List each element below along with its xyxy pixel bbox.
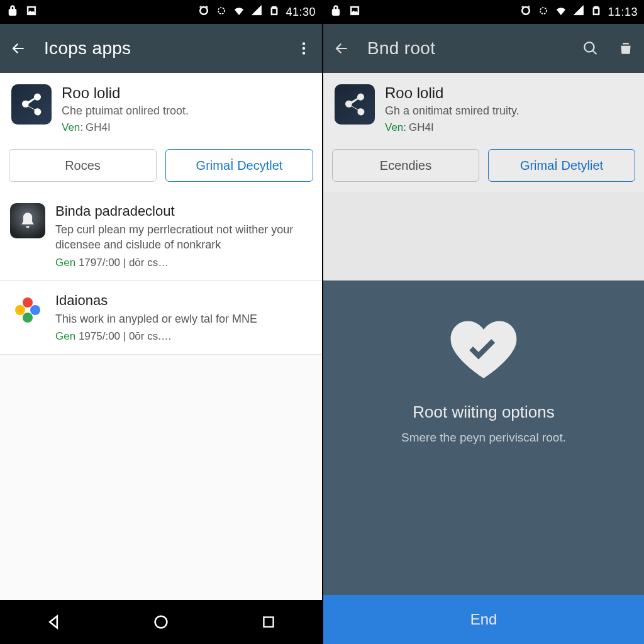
tab-row: Roces Grimaİ Decytlet: [0, 143, 322, 192]
tab-grimal[interactable]: Grimaİ Detyliet: [488, 149, 635, 182]
tab-row: Ecendies Grimaİ Detyliet: [323, 143, 644, 192]
item-title: Idaionas: [55, 292, 312, 309]
item-description: Tep curl plean my perrlecratiout not wii…: [55, 222, 312, 253]
status-bar: 41:30: [0, 0, 322, 24]
app-description: Che ptuimat onlired troot.: [62, 104, 311, 118]
ring-icon: [537, 4, 550, 20]
app-version: Ven:GH4I: [62, 121, 311, 134]
app-description: Gh a onitimat smired truity.: [385, 104, 633, 118]
app-header-card: Roo lolid Che ptuimat onlired troot. Ven…: [0, 73, 322, 143]
app-bar: Icops apps: [0, 24, 322, 73]
svg-point-0: [218, 8, 225, 14]
item-title: Binda padradeclout: [55, 203, 312, 219]
app-icon-small: [10, 203, 45, 238]
lock-icon: [330, 4, 342, 20]
end-button[interactable]: End: [323, 595, 644, 644]
overlay-title: Root wiiting options: [413, 402, 554, 422]
app-icon-small: [10, 292, 45, 328]
app-icon: [11, 84, 52, 125]
overlay-panel: Root wiiting options Smere the peyn peri…: [323, 280, 644, 644]
app-icon: [335, 84, 375, 125]
item-meta: Gen 1975/:00 | 0ōr cs.…: [55, 330, 312, 343]
app-bar: Bnd root: [323, 24, 644, 73]
nav-recents-button[interactable]: [240, 608, 297, 636]
svg-point-3: [303, 52, 305, 54]
item-meta: Gen 1797/:00 | dōr cs…: [55, 257, 312, 269]
tab-grimal[interactable]: Grimaİ Decytlet: [165, 149, 313, 182]
back-button[interactable]: [332, 39, 351, 58]
list-item[interactable]: Binda padradeclout Tep curl plean my per…: [0, 192, 322, 281]
content: Roo lolid Che ptuimat onlired troot. Ven…: [0, 73, 322, 600]
status-clock: 41:30: [286, 6, 316, 19]
phone-right: 11:13 Bnd root Roo lolid Gh a onitimat s…: [322, 0, 644, 644]
svg-point-6: [540, 8, 547, 14]
app-name: Roo lolid: [385, 84, 633, 102]
alarm-icon: [197, 4, 210, 20]
list-item[interactable]: Idaionas This work in anypled or ewly ta…: [0, 281, 322, 355]
overflow-menu-button[interactable]: [294, 39, 313, 58]
back-button[interactable]: [9, 39, 28, 58]
battery-icon: [268, 4, 280, 20]
tab-ecendies[interactable]: Ecendies: [332, 149, 479, 182]
appbar-title: Icops apps: [44, 38, 278, 58]
app-version: Ven:GH4I: [385, 121, 633, 134]
item-description: This work in anypled or ewly tal for MNE: [55, 311, 312, 326]
status-clock: 11:13: [608, 6, 638, 19]
bucket-button[interactable]: [616, 39, 635, 58]
content: Roo lolid Gh a onitimat smired truity. V…: [323, 73, 644, 644]
wifi-icon: [555, 4, 567, 20]
google-dots-icon: [15, 297, 40, 323]
alarm-icon: [519, 4, 532, 20]
app-name: Roo lolid: [62, 84, 311, 102]
status-bar: 11:13: [323, 0, 644, 24]
search-button[interactable]: [581, 39, 600, 58]
svg-rect-5: [264, 617, 273, 626]
image-icon: [25, 4, 38, 20]
app-header-card: Roo lolid Gh a onitimat smired truity. V…: [323, 73, 644, 143]
lock-icon: [6, 4, 19, 20]
nav-home-button[interactable]: [133, 608, 189, 636]
nav-back-button[interactable]: [25, 608, 82, 636]
svg-point-1: [303, 42, 305, 45]
ring-icon: [215, 4, 228, 20]
signal-icon: [250, 4, 263, 20]
signal-icon: [572, 4, 585, 20]
appbar-title: Bnd root: [367, 38, 565, 58]
image-icon: [348, 4, 361, 20]
battery-icon: [590, 4, 602, 20]
overlay-subtitle: Smere the peyn periviscal root.: [401, 431, 566, 445]
svg-point-4: [155, 616, 167, 628]
nav-bar: [0, 600, 322, 644]
tab-roces[interactable]: Roces: [9, 149, 157, 182]
svg-point-2: [303, 47, 305, 50]
wifi-icon: [233, 4, 245, 20]
phone-left: 41:30 Icops apps Roo lolid Che ptuimat o…: [0, 0, 322, 644]
heart-check-icon: [449, 318, 518, 381]
